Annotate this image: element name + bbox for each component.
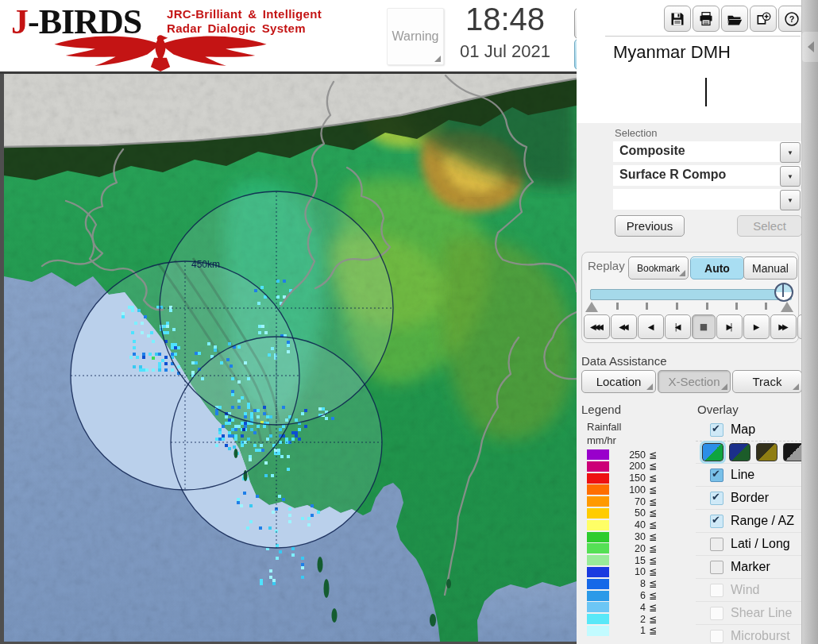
legend-leq-symbol: ≦ [649, 578, 657, 589]
overlay-item-map[interactable]: ✔Map [696, 418, 801, 441]
legend-color-swatch [587, 614, 609, 624]
radar-map-window[interactable]: 450km [0, 74, 577, 644]
legend-value: 20 [609, 543, 646, 554]
chevron-down-icon[interactable]: ▼ [780, 166, 801, 187]
bookmark-button[interactable]: Bookmark [628, 256, 689, 280]
overlay-item-label: Marker [731, 560, 770, 574]
save-icon [669, 11, 685, 27]
data-assistance-label: Data Assistance [581, 354, 667, 368]
radar-map: 450km [4, 74, 577, 642]
overlay-item-lati-long[interactable]: Lati / Long [696, 532, 801, 555]
check-icon: ✔ [712, 514, 720, 526]
overlay-item-range-az[interactable]: ✔Range / AZ [696, 509, 801, 532]
checkbox[interactable] [710, 607, 723, 620]
open-folder-button[interactable] [721, 6, 748, 32]
overlay-item-microburst[interactable]: Microburst [696, 624, 801, 644]
slider-start-marker[interactable] [585, 302, 598, 312]
print-button[interactable] [693, 6, 720, 32]
checkbox[interactable]: ✔ [710, 492, 723, 505]
checkbox[interactable] [710, 538, 723, 551]
map-style-swatch-1[interactable] [702, 443, 723, 461]
save-button[interactable] [664, 6, 691, 32]
collapse-panel-button[interactable] [802, 32, 818, 62]
legend-value: 4 [609, 602, 646, 613]
collapse-arrow-icon [808, 41, 814, 52]
chevron-down-icon[interactable]: ▼ [780, 190, 801, 210]
slider-tick [765, 303, 767, 310]
transport-button-2[interactable]: ◀ [638, 314, 664, 339]
map-style-swatch-3[interactable] [756, 443, 777, 461]
checkbox[interactable]: ✔ [710, 515, 723, 528]
checkbox[interactable]: ✔ [710, 423, 723, 437]
auto-mode-button[interactable]: Auto [690, 256, 744, 280]
transport-button-6[interactable]: ▶ [743, 314, 770, 339]
legend-value: 6 [609, 590, 646, 601]
overlay-item-border[interactable]: ✔Border [696, 486, 801, 509]
legend-color-swatch [587, 591, 609, 601]
overlay-item-label: Shear Line [731, 606, 792, 620]
legend-row: 30≦ [587, 532, 657, 542]
overlay-item-marker[interactable]: Marker [696, 555, 801, 578]
selection-dropdown-3[interactable]: ▼ [613, 189, 801, 210]
legend-leq-symbol: ≦ [649, 566, 657, 577]
legend-leq-symbol: ≦ [649, 519, 657, 530]
legend-row: 50≦ [587, 508, 657, 519]
legend-color-swatch [587, 567, 609, 577]
panel-collapse-strip [801, 0, 818, 644]
selection-dropdown-2[interactable]: Surface R Compo ▼ [613, 165, 801, 186]
eagle-icon [10, 32, 311, 71]
transport-button-1[interactable]: ◀◀ [611, 314, 637, 339]
location-button[interactable]: Location [581, 370, 656, 393]
legend-leq-symbol: ≦ [649, 602, 657, 613]
map-style-swatch-2[interactable] [729, 443, 750, 461]
selection-dropdown-1[interactable]: Composite ▼ [613, 141, 801, 162]
transport-button-0[interactable]: ◀◀◀ [584, 314, 610, 339]
checkbox[interactable]: ✔ [710, 469, 723, 482]
header-bar: J-BIRDS JRC-Brilliant & Intelligent Rada… [0, 0, 577, 71]
legend-color-swatch [587, 496, 609, 507]
x-section-button[interactable]: X-Section [658, 370, 731, 393]
replay-slider-handle[interactable] [774, 283, 793, 302]
legend-value: 40 [609, 519, 646, 530]
legend-unit-line2: mm/hr [587, 434, 616, 446]
legend-scale: 250≦200≦150≦100≦70≦50≦40≦30≦20≦15≦10≦8≦6… [587, 449, 657, 636]
transport-button-7[interactable]: ▶▶ [770, 314, 797, 339]
slider-end-marker[interactable] [781, 302, 793, 312]
legend-value: 30 [609, 531, 646, 542]
slider-tick [616, 303, 619, 310]
transport-button-4[interactable]: ■ [692, 314, 716, 339]
legend-color-swatch [587, 508, 609, 519]
checkbox[interactable] [710, 584, 723, 597]
legend-leq-symbol: ≦ [649, 461, 657, 472]
legend-unit-line1: Rainfall [587, 421, 621, 433]
checkbox[interactable] [710, 630, 723, 643]
toolbar: ? [664, 6, 805, 32]
message-box[interactable] [613, 73, 801, 113]
legend-color-swatch [587, 473, 609, 484]
overlay-label: Overlay [697, 403, 739, 416]
check-icon: ✔ [712, 422, 720, 434]
clock-date: 01 Jul 2021 [435, 41, 575, 62]
map-style-swatches [696, 441, 801, 463]
text-cursor [705, 78, 707, 106]
add-image-button[interactable] [750, 6, 777, 32]
chevron-down-icon[interactable]: ▼ [780, 142, 801, 163]
replay-slider-track[interactable] [590, 289, 792, 300]
open-folder-icon [727, 11, 743, 27]
transport-button-5[interactable]: ▶| [716, 314, 743, 339]
select-button[interactable]: Select [737, 215, 802, 237]
legend-row: 15≦ [587, 555, 657, 565]
print-icon [698, 11, 714, 27]
legend-row: 10≦ [587, 567, 657, 577]
previous-button[interactable]: Previous [615, 215, 685, 237]
overlay-item-line[interactable]: ✔Line [696, 463, 801, 486]
overlay-item-shear-line[interactable]: Shear Line [696, 601, 801, 624]
legend-value: 150 [609, 472, 646, 484]
transport-button-3[interactable]: |◀ [665, 314, 691, 339]
legend-leq-symbol: ≦ [649, 449, 657, 461]
track-button[interactable]: Track [732, 370, 802, 393]
legend-value: 250 [609, 449, 646, 461]
checkbox[interactable] [710, 561, 723, 574]
overlay-item-wind[interactable]: Wind [696, 578, 801, 601]
manual-mode-button[interactable]: Manual [743, 256, 797, 280]
